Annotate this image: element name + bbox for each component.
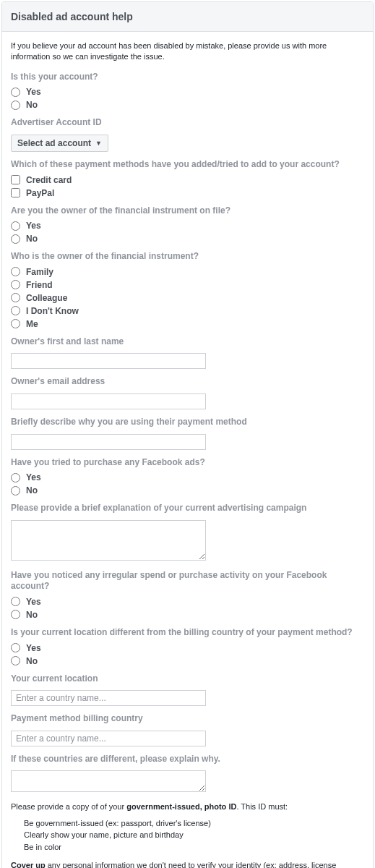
option-label: I Don't Know — [26, 306, 79, 316]
option-label: Yes — [26, 643, 41, 653]
form-card: Disabled ad account help If you believe … — [1, 1, 374, 868]
is-your-account-no-radio[interactable] — [11, 101, 20, 110]
location-diff-yes-radio[interactable] — [11, 643, 20, 652]
who-owner-friend-radio[interactable] — [11, 280, 20, 289]
irregular-spend-yes-radio[interactable] — [11, 597, 20, 606]
radio-row: No — [11, 656, 364, 666]
option-label: Yes — [26, 472, 41, 482]
q-owner-fi-label: Are you the owner of the financial instr… — [11, 205, 364, 217]
q-owner-name-label: Owner's first and last name — [11, 336, 364, 348]
option-label: Friend — [26, 280, 53, 290]
radio-row: Yes — [11, 221, 364, 231]
option-label: Credit card — [26, 175, 72, 185]
q-payment-methods-label: Which of these payment methods have you … — [11, 159, 364, 171]
option-label: No — [26, 610, 38, 620]
q-brief-why-label: Briefly describe why you are using their… — [11, 417, 364, 428]
id-intro-text: Please provide a copy of of your governm… — [11, 801, 364, 812]
option-label: Family — [26, 267, 53, 277]
list-item: Be government-issued (ex: passport, driv… — [24, 817, 364, 830]
option-label: PayPal — [26, 188, 54, 198]
radio-row: No — [11, 100, 364, 110]
is-your-account-yes-radio[interactable] — [11, 88, 20, 97]
q-billing-country-label: Payment method billing country — [11, 713, 364, 725]
intro-text: If you believe your ad account has been … — [11, 41, 364, 63]
q-current-location-label: Your current location — [11, 673, 364, 685]
q-owner-email-label: Owner's email address — [11, 376, 364, 388]
paypal-checkbox[interactable] — [11, 188, 20, 197]
radio-row: I Don't Know — [11, 306, 364, 316]
tried-purchase-no-radio[interactable] — [11, 486, 20, 495]
brief-why-input[interactable] — [11, 434, 206, 450]
caret-down-icon: ▼ — [95, 140, 102, 147]
owner-fi-yes-radio[interactable] — [11, 221, 20, 231]
radio-row: Me — [11, 319, 364, 329]
radio-row: No — [11, 610, 364, 620]
current-location-input[interactable] — [11, 690, 206, 706]
option-label: No — [26, 234, 38, 244]
list-item: Clearly show your name, picture and birt… — [24, 829, 364, 841]
coverup-text: Cover up any personal information we don… — [11, 860, 364, 868]
select-ad-account-dropdown[interactable]: Select ad account ▼ — [11, 135, 108, 152]
option-label: No — [26, 100, 38, 110]
radio-row: Yes — [11, 643, 364, 653]
brief-campaign-textarea[interactable] — [11, 520, 206, 561]
billing-country-input[interactable] — [11, 731, 206, 746]
radio-row: Yes — [11, 87, 364, 97]
credit-card-checkbox[interactable] — [11, 175, 20, 184]
q-irregular-spend-label: Have you noticed any irregular spend or … — [11, 570, 364, 592]
q-who-owner-label: Who is the owner of the financial instru… — [11, 251, 364, 263]
radio-row: No — [11, 485, 364, 495]
option-label: Yes — [26, 597, 41, 607]
who-owner-dontknow-radio[interactable] — [11, 306, 20, 315]
option-label: No — [26, 485, 38, 495]
who-owner-family-radio[interactable] — [11, 267, 20, 276]
card-header: Disabled ad account help — [2, 2, 373, 32]
page-title: Disabled ad account help — [11, 11, 364, 22]
radio-row: Colleague — [11, 293, 364, 303]
owner-fi-no-radio[interactable] — [11, 234, 20, 244]
who-owner-me-radio[interactable] — [11, 319, 20, 328]
who-owner-colleague-radio[interactable] — [11, 293, 20, 302]
q-is-your-account-label: Is this your account? — [11, 72, 364, 83]
tried-purchase-yes-radio[interactable] — [11, 473, 20, 482]
option-label: Yes — [26, 87, 41, 97]
q-location-diff-label: Is your current location different from … — [11, 627, 364, 639]
radio-row: Family — [11, 267, 364, 277]
dropdown-label: Select ad account — [17, 138, 91, 148]
q-tried-purchase-label: Have you tried to purchase any Facebook … — [11, 457, 364, 469]
radio-row: Friend — [11, 280, 364, 290]
location-diff-no-radio[interactable] — [11, 656, 20, 665]
card-body: If you believe your ad account has been … — [2, 32, 373, 868]
q-advertiser-account-id-label: Advertiser Account ID — [11, 117, 364, 129]
owner-email-input[interactable] — [11, 393, 206, 409]
list-item: Be in color — [24, 841, 364, 854]
countries-diff-textarea[interactable] — [11, 770, 206, 792]
check-row: Credit card — [11, 175, 364, 185]
radio-row: No — [11, 234, 364, 244]
option-label: Me — [26, 319, 38, 329]
q-countries-diff-label: If these countries are different, please… — [11, 754, 364, 765]
radio-row: Yes — [11, 597, 364, 607]
option-label: Colleague — [26, 293, 67, 303]
option-label: Yes — [26, 221, 41, 231]
owner-name-input[interactable] — [11, 353, 206, 369]
irregular-spend-no-radio[interactable] — [11, 610, 20, 619]
id-requirements-list: Be government-issued (ex: passport, driv… — [11, 817, 364, 854]
radio-row: Yes — [11, 472, 364, 482]
check-row: PayPal — [11, 188, 364, 198]
option-label: No — [26, 656, 38, 666]
q-brief-campaign-label: Please provide a brief explanation of yo… — [11, 503, 364, 514]
